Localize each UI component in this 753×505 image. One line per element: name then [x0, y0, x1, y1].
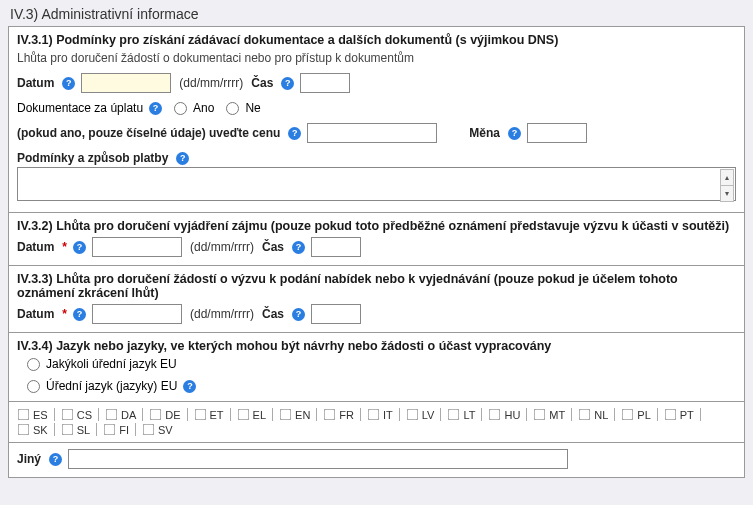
radio-official-lang-input[interactable]: [27, 380, 40, 393]
cas-input-iv31[interactable]: [300, 73, 350, 93]
radio-ne[interactable]: Ne: [226, 101, 260, 115]
lang-item-el[interactable]: EL: [237, 408, 266, 421]
help-icon[interactable]: ?: [288, 127, 301, 140]
spin-up-icon[interactable]: ▴: [720, 169, 734, 185]
paycond-label: Podmínky a způsob platby: [17, 151, 168, 165]
lang-code-label: ES: [33, 409, 48, 421]
lang-separator: [526, 408, 527, 421]
datum-label: Datum: [17, 76, 54, 90]
lang-item-en[interactable]: EN: [279, 408, 310, 421]
cas-input-iv32[interactable]: [311, 237, 361, 257]
lang-code-label: SL: [77, 424, 90, 436]
lang-item-sl[interactable]: SL: [61, 423, 90, 436]
lang-item-sk[interactable]: SK: [17, 423, 48, 436]
help-icon[interactable]: ?: [49, 453, 62, 466]
lang-item-es[interactable]: ES: [17, 408, 48, 421]
jiny-input[interactable]: [68, 449, 568, 469]
lang-checkbox-da[interactable]: [106, 409, 118, 421]
lang-item-cs[interactable]: CS: [61, 408, 92, 421]
lang-item-it[interactable]: IT: [367, 408, 393, 421]
help-icon[interactable]: ?: [73, 241, 86, 254]
lang-separator: [316, 408, 317, 421]
radio-official-lang-label: Úřední jazyk (jazyky) EU: [46, 379, 177, 393]
lang-item-nl[interactable]: NL: [578, 408, 608, 421]
lang-code-label: IT: [383, 409, 393, 421]
language-bar: ESCSDADEETELENFRITLVLTHUMTNLPLPTSKSLFISV: [9, 401, 744, 443]
lang-code-label: MT: [549, 409, 565, 421]
lang-checkbox-pl[interactable]: [622, 409, 634, 421]
help-icon[interactable]: ?: [73, 308, 86, 321]
lang-checkbox-en[interactable]: [280, 409, 292, 421]
cas-input-iv33[interactable]: [311, 304, 361, 324]
lang-item-fi[interactable]: FI: [103, 423, 129, 436]
lang-code-label: FR: [339, 409, 354, 421]
radio-any-lang-label: Jakýkoli úřední jazyk EU: [46, 357, 177, 371]
mena-input[interactable]: [527, 123, 587, 143]
help-icon[interactable]: ?: [281, 77, 294, 90]
lang-checkbox-it[interactable]: [368, 409, 380, 421]
lang-checkbox-mt[interactable]: [534, 409, 546, 421]
radio-ne-input[interactable]: [226, 102, 239, 115]
lang-separator: [614, 408, 615, 421]
radio-ano[interactable]: Ano: [174, 101, 214, 115]
lang-item-pl[interactable]: PL: [621, 408, 650, 421]
mena-label: Měna: [469, 126, 500, 140]
datum-input-iv31[interactable]: [81, 73, 171, 93]
lang-checkbox-hu[interactable]: [489, 409, 501, 421]
lang-separator: [54, 423, 55, 436]
lang-item-lt[interactable]: LT: [447, 408, 475, 421]
radio-ano-input[interactable]: [174, 102, 187, 115]
lang-item-et[interactable]: ET: [194, 408, 224, 421]
help-icon[interactable]: ?: [292, 241, 305, 254]
lang-checkbox-pt[interactable]: [664, 409, 676, 421]
help-icon[interactable]: ?: [62, 77, 75, 90]
lang-checkbox-de[interactable]: [150, 409, 162, 421]
section-iv33: IV.3.3) Lhůta pro doručení žádostí o výz…: [9, 266, 744, 333]
lang-checkbox-sv[interactable]: [143, 424, 155, 436]
section-iv31-subtitle: Lhůta pro doručení žádostí o dokumentaci…: [17, 51, 736, 65]
lang-item-sv[interactable]: SV: [142, 423, 173, 436]
lang-checkbox-es[interactable]: [18, 409, 30, 421]
jiny-label: Jiný: [17, 452, 41, 466]
datum-input-iv33[interactable]: [92, 304, 182, 324]
help-icon[interactable]: ?: [176, 152, 189, 165]
lang-item-fr[interactable]: FR: [323, 408, 354, 421]
lang-separator: [571, 408, 572, 421]
lang-checkbox-lv[interactable]: [406, 409, 418, 421]
radio-any-lang[interactable]: Jakýkoli úřední jazyk EU: [27, 357, 177, 371]
section-iv32-title: IV.3.2) Lhůta pro doručení vyjádření záj…: [17, 219, 736, 233]
lang-checkbox-el[interactable]: [237, 409, 249, 421]
lang-item-da[interactable]: DA: [105, 408, 136, 421]
lang-checkbox-fi[interactable]: [104, 424, 116, 436]
lang-checkbox-et[interactable]: [194, 409, 206, 421]
section-iv31-title: IV.3.1) Podmínky pro získání zádávací do…: [17, 33, 736, 47]
help-icon[interactable]: ?: [292, 308, 305, 321]
lang-separator: [98, 408, 99, 421]
paycond-textarea[interactable]: [17, 167, 736, 201]
help-icon[interactable]: ?: [508, 127, 521, 140]
lang-item-hu[interactable]: HU: [488, 408, 520, 421]
help-icon[interactable]: ?: [149, 102, 162, 115]
radio-any-lang-input[interactable]: [27, 358, 40, 371]
datum-input-iv32[interactable]: [92, 237, 182, 257]
radio-official-lang[interactable]: Úřední jazyk (jazyky) EU: [27, 379, 177, 393]
spin-down-icon[interactable]: ▾: [720, 185, 734, 202]
price-input[interactable]: [307, 123, 437, 143]
lang-checkbox-fr[interactable]: [324, 409, 336, 421]
lang-checkbox-nl[interactable]: [579, 409, 591, 421]
lang-separator: [360, 408, 361, 421]
section-iv33-title: IV.3.3) Lhůta pro doručení žádostí o výz…: [17, 272, 736, 300]
help-icon[interactable]: ?: [183, 380, 196, 393]
lang-item-pt[interactable]: PT: [664, 408, 694, 421]
lang-checkbox-sk[interactable]: [18, 424, 30, 436]
lang-code-label: SV: [158, 424, 173, 436]
lang-item-mt[interactable]: MT: [533, 408, 565, 421]
lang-item-de[interactable]: DE: [149, 408, 180, 421]
lang-item-lv[interactable]: LV: [406, 408, 435, 421]
lang-code-label: FI: [119, 424, 129, 436]
lang-checkbox-cs[interactable]: [61, 409, 73, 421]
lang-checkbox-sl[interactable]: [61, 424, 73, 436]
lang-checkbox-lt[interactable]: [448, 409, 460, 421]
section-iv31: IV.3.1) Podmínky pro získání zádávací do…: [9, 27, 744, 213]
lang-separator: [135, 423, 136, 436]
